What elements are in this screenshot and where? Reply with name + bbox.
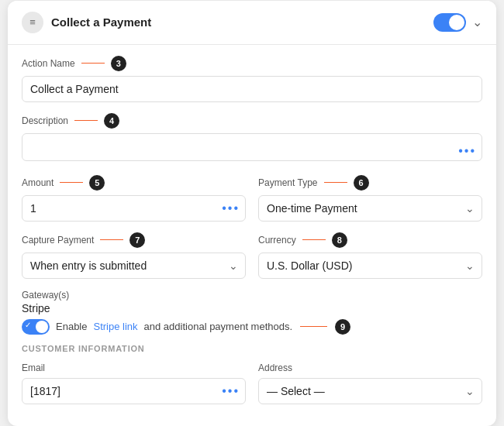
badge-8: 8 [332, 232, 347, 248]
enable-toggle[interactable]: ✓ [433, 13, 466, 32]
header-left: ≡ Collect a Payment [22, 12, 151, 33]
stripe-after-text: and additional payment methods. [144, 321, 293, 332]
payment-type-select-wrap: One-time Payment Subscription ⌄ [258, 195, 482, 222]
capture-group: Capture Payment 7 When entry is submitte… [22, 232, 246, 279]
badge-3: 3 [111, 56, 126, 71]
currency-group: Currency 8 U.S. Dollar (USD) Euro (EUR) … [258, 232, 482, 279]
description-input-wrap: ••• [22, 133, 482, 164]
badge-6: 6 [354, 175, 369, 191]
connector-line [81, 63, 105, 64]
amount-group: Amount 5 ••• [22, 175, 246, 222]
payment-icon: ≡ [22, 12, 43, 33]
card-header: ≡ Collect a Payment ✓ ⌄ [8, 1, 496, 45]
capture-label: Capture Payment 7 [22, 232, 246, 248]
stripe-toggle-row: ✓ Enable Stripe link and additional paym… [22, 319, 482, 335]
action-name-label: Action Name 3 [22, 56, 482, 71]
connector-currency [302, 239, 326, 240]
customer-info-section: CUSTOMER INFORMATION Email ••• Address —… [22, 344, 482, 404]
email-group: Email ••• [22, 362, 246, 404]
badge-7: 7 [129, 232, 145, 248]
email-dots-icon[interactable]: ••• [222, 384, 240, 398]
capture-select[interactable]: When entry is submitted Later [22, 253, 246, 279]
description-label: Description 4 [22, 113, 482, 129]
amount-input[interactable] [22, 195, 246, 222]
badge-9: 9 [335, 319, 350, 335]
gateway-section: Gateway(s) Stripe ✓ Enable Stripe link a… [22, 290, 482, 335]
email-input-wrap: ••• [22, 378, 246, 404]
connector-stripe [300, 326, 327, 327]
amount-input-wrap: ••• [22, 195, 246, 222]
capture-currency-row: Capture Payment 7 When entry is submitte… [22, 232, 482, 279]
stripe-link[interactable]: Stripe link [93, 321, 137, 332]
payment-type-select[interactable]: One-time Payment Subscription [258, 195, 482, 222]
gateway-label: Gateway(s) [22, 290, 482, 301]
header-title: Collect a Payment [51, 15, 151, 29]
stripe-enable-text: Enable [56, 321, 87, 332]
connector-capture [100, 239, 123, 240]
action-name-input[interactable] [22, 76, 482, 102]
currency-select-wrap: U.S. Dollar (USD) Euro (EUR) British Pou… [258, 253, 482, 279]
address-label: Address [258, 362, 482, 373]
toggle-check-icon: ✓ [454, 17, 461, 27]
connector-line-desc [74, 120, 98, 121]
description-dots-icon[interactable]: ••• [458, 144, 476, 158]
address-select[interactable]: — Select — Address Line 1 Address Line 2 [258, 378, 482, 404]
currency-label: Currency 8 [258, 232, 482, 248]
card-body: Action Name 3 Description 4 ••• Amount [8, 45, 496, 426]
badge-4: 4 [104, 113, 119, 129]
address-select-wrap: — Select — Address Line 1 Address Line 2… [258, 378, 482, 404]
badge-5: 5 [89, 175, 105, 191]
mini-check-icon: ✓ [25, 321, 31, 329]
capture-select-wrap: When entry is submitted Later ⌄ [22, 253, 246, 279]
email-address-row: Email ••• Address — Select — Address Lin… [22, 362, 482, 404]
collapse-chevron-icon[interactable]: ⌄ [472, 15, 482, 29]
header-right: ✓ ⌄ [433, 13, 482, 32]
collect-payment-card: ≡ Collect a Payment ✓ ⌄ Action Name 3 De… [8, 1, 496, 426]
customer-section-title: CUSTOMER INFORMATION [22, 344, 482, 353]
gateway-name: Stripe [22, 302, 482, 314]
connector-payment-type [324, 182, 347, 183]
stripe-link-toggle[interactable]: ✓ [22, 319, 50, 335]
email-input[interactable] [22, 378, 246, 404]
email-label: Email [22, 362, 246, 373]
address-group: Address — Select — Address Line 1 Addres… [258, 362, 482, 404]
action-name-group: Action Name 3 [22, 56, 482, 102]
amount-dots-icon[interactable]: ••• [222, 201, 240, 215]
amount-payment-row: Amount 5 ••• Payment Type 6 One-time [22, 175, 482, 222]
connector-amount [60, 182, 83, 183]
payment-type-group: Payment Type 6 One-time Payment Subscrip… [258, 175, 482, 222]
currency-select[interactable]: U.S. Dollar (USD) Euro (EUR) British Pou… [258, 253, 482, 279]
description-input[interactable] [22, 133, 482, 161]
description-group: Description 4 ••• [22, 113, 482, 164]
payment-type-label: Payment Type 6 [258, 175, 482, 191]
amount-label: Amount 5 [22, 175, 246, 191]
